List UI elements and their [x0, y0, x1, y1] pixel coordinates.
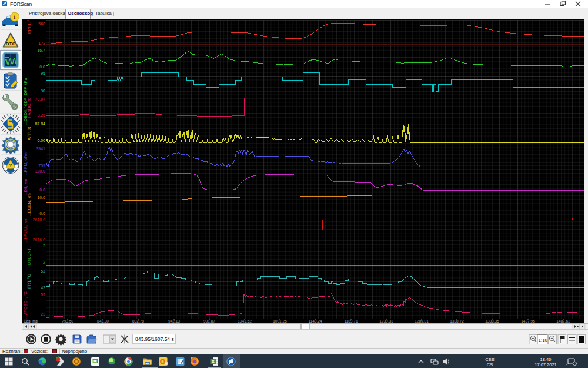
svg-text:3.25: 3.25 [37, 113, 45, 117]
svg-text:PPFT, °C: PPFT, °C [27, 19, 31, 34]
svg-text:2618.0: 2618.0 [33, 218, 46, 222]
svg-text:2: 2 [43, 244, 45, 248]
svg-text:95: 95 [41, 71, 45, 75]
svg-text:42: 42 [41, 286, 45, 290]
svg-text:CS: CS [487, 362, 493, 367]
svg-text:FANDC, %: FANDC, % [27, 98, 31, 118]
svg-text:2: 2 [43, 260, 45, 264]
svg-text:87.84: 87.84 [35, 122, 45, 126]
svg-text:0.0: 0.0 [39, 188, 45, 192]
svg-text:APP, %: APP, % [27, 127, 31, 140]
svg-text:16.7: 16.7 [37, 48, 45, 52]
svg-text:10.0: 10.0 [37, 195, 45, 200]
svg-text:172: 172 [38, 41, 45, 45]
svg-text:120.0: 120.0 [35, 169, 45, 173]
svg-text:53: 53 [41, 269, 45, 273]
svg-text:18:40: 18:40 [540, 357, 552, 362]
svg-text:843.30: 843.30 [97, 319, 109, 323]
svg-text:17.07.2021: 17.07.2021 [534, 362, 557, 367]
svg-text:892.78: 892.78 [132, 319, 144, 323]
svg-text:i: i [14, 14, 16, 20]
svg-text:843.95/1607.54 s: 843.95/1607.54 s [135, 336, 174, 342]
svg-text:57: 57 [41, 293, 45, 297]
svg-text:1:10: 1:10 [539, 337, 548, 343]
svg-text:?: ? [9, 163, 12, 168]
svg-text:90: 90 [41, 89, 45, 93]
svg-text:...RPM, ot/min: ...RPM, ot/min [24, 150, 28, 175]
svg-text:0.0: 0.0 [39, 211, 45, 216]
svg-text:0.0: 0.0 [39, 65, 45, 69]
svg-text:FORScan: FORScan [10, 1, 32, 7]
svg-text:1437.95: 1437.95 [521, 319, 535, 323]
svg-text:DTC: DTC [6, 41, 16, 47]
svg-text:1487.62: 1487.62 [556, 319, 570, 323]
svg-text:CES: CES [485, 357, 494, 362]
svg-text:1189.71: 1189.71 [344, 319, 358, 323]
svg-text:3941: 3941 [36, 147, 45, 151]
svg-text:70.97: 70.97 [35, 97, 45, 101]
svg-text:1041.52: 1041.52 [238, 319, 252, 323]
svg-text:1388.35: 1388.35 [485, 319, 499, 323]
svg-text:...DII, km: ...DII, km [24, 179, 28, 195]
svg-text:1289.01: 1289.01 [415, 319, 429, 323]
svg-text:1140.24: 1140.24 [308, 319, 322, 323]
svg-text:DTCCNT,: DTCCNT, [27, 247, 31, 265]
svg-text:942.13: 942.13 [168, 319, 180, 323]
svg-text:Čas, ms: Čas, ms [24, 319, 38, 323]
svg-text:1239.33: 1239.33 [379, 319, 393, 323]
svg-text:...EGEN, km: ...EGEN, km [27, 193, 31, 216]
svg-text:0.00: 0.00 [37, 138, 45, 142]
svg-text:...HRULL, km: ...HRULL, km [24, 218, 28, 243]
svg-text:991.87: 991.87 [203, 319, 215, 323]
svg-text:2616.0: 2616.0 [33, 238, 46, 242]
svg-text:X: X [211, 359, 215, 364]
svg-text:1338.72: 1338.72 [450, 319, 464, 323]
svg-text:FRT, °C: FRT, °C [27, 274, 31, 289]
svg-text:560: 560 [38, 22, 45, 26]
svg-text:23: 23 [41, 312, 45, 316]
svg-text:1091.25: 1091.25 [273, 319, 287, 323]
svg-text:759: 759 [38, 164, 45, 168]
svg-text:...IAT,OBDII, °C: ...IAT,OBDII, °C [24, 291, 28, 320]
svg-text:793.50: 793.50 [62, 319, 74, 323]
